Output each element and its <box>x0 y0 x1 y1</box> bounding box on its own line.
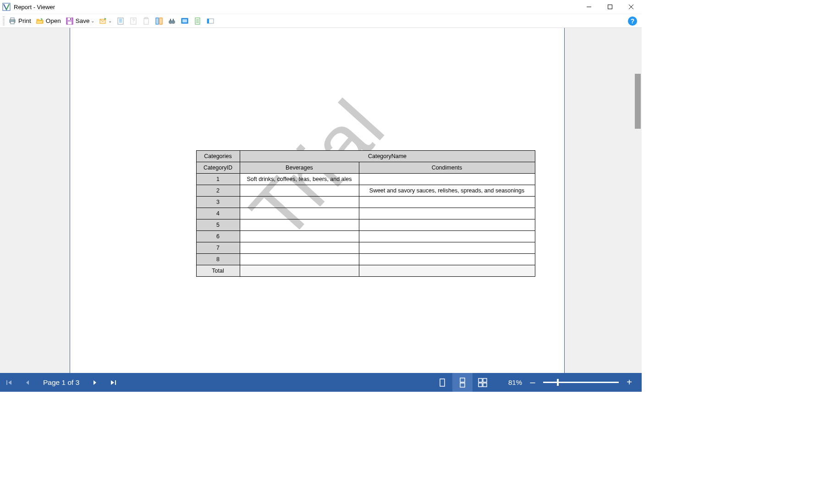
bookmarks-icon <box>116 17 125 25</box>
view-mode-group <box>432 373 493 392</box>
svg-rect-42 <box>483 378 487 382</box>
scroll-thumb[interactable] <box>635 74 641 129</box>
svg-rect-11 <box>68 22 72 24</box>
svg-rect-22 <box>156 18 159 24</box>
editor-button[interactable] <box>204 15 216 27</box>
svg-rect-36 <box>6 380 7 385</box>
svg-rect-37 <box>115 380 116 385</box>
svg-rect-35 <box>207 19 209 23</box>
chevron-down-icon: ⌄ <box>108 18 112 23</box>
table-row: 2Sweet and savory sauces, relishes, spre… <box>196 185 535 197</box>
table-row: 7 <box>196 242 535 254</box>
thumbnails-button[interactable] <box>153 15 165 27</box>
prev-page-button[interactable] <box>18 373 37 392</box>
svg-rect-6 <box>11 18 14 20</box>
svg-rect-21 <box>145 17 148 19</box>
svg-rect-27 <box>173 19 174 21</box>
svg-rect-40 <box>460 383 465 387</box>
svg-rect-29 <box>182 19 187 22</box>
corner-top: Categories <box>196 151 240 162</box>
zoom-page-button[interactable] <box>192 15 204 27</box>
clipboard-icon <box>142 17 150 25</box>
zoom-slider[interactable] <box>543 382 619 383</box>
table-row: 1Soft drinks, coffees, teas, beers, and … <box>196 174 535 185</box>
first-page-button[interactable] <box>0 373 18 392</box>
svg-rect-23 <box>160 18 162 24</box>
window-title: Report - Viewer <box>14 4 578 11</box>
svg-rect-39 <box>460 378 465 382</box>
next-page-button[interactable] <box>86 373 104 392</box>
page-icon <box>193 17 202 25</box>
vertical-scrollbar[interactable] <box>634 28 642 373</box>
save-icon <box>66 17 74 25</box>
bookmarks-button[interactable] <box>115 15 126 27</box>
col-header-2: Condiments <box>359 162 535 174</box>
page-indicator: Page 1 of 3 <box>37 378 86 387</box>
zoom-in-button[interactable]: + <box>625 377 633 388</box>
folder-open-icon <box>36 17 44 25</box>
table-row: 4 <box>196 208 535 219</box>
super-header: CategoryName <box>240 151 535 162</box>
parameters-icon: ? <box>129 17 138 25</box>
close-button[interactable] <box>621 0 642 14</box>
report-page: Trial Categories CategoryName CategoryID… <box>70 28 565 373</box>
svg-rect-43 <box>478 383 482 387</box>
minimize-button[interactable] <box>578 0 600 14</box>
chevron-down-icon: ⌄ <box>91 18 94 23</box>
table-row: 3 <box>196 197 535 208</box>
corner-bottom: CategoryID <box>196 162 240 174</box>
svg-text:?: ? <box>132 18 135 23</box>
zoom-controls: 81% – + <box>493 377 642 388</box>
svg-rect-41 <box>478 378 482 382</box>
title-bar: Report - Viewer <box>0 0 642 14</box>
single-page-view-button[interactable] <box>432 373 452 392</box>
app-icon <box>2 2 11 11</box>
maximize-button[interactable] <box>600 0 621 14</box>
help-button[interactable]: ? <box>626 15 639 27</box>
binoculars-icon <box>168 17 176 25</box>
table-row: 8 <box>196 254 535 265</box>
send-email-button[interactable]: ⌄ <box>97 15 114 27</box>
zoom-out-button[interactable]: – <box>528 377 537 388</box>
editor-icon <box>206 17 214 25</box>
svg-rect-26 <box>170 19 171 21</box>
col-header-1: Beverages <box>240 162 359 174</box>
svg-rect-7 <box>11 22 14 24</box>
mail-icon <box>99 17 107 25</box>
resources-button[interactable] <box>140 15 152 27</box>
last-page-button[interactable] <box>104 373 122 392</box>
open-button[interactable]: Open <box>34 15 63 27</box>
screen-icon <box>181 17 189 25</box>
viewer-area: Trial Categories CategoryName CategoryID… <box>0 28 642 373</box>
table-total-row: Total <box>196 265 535 277</box>
svg-rect-38 <box>440 379 445 386</box>
save-button[interactable]: Save⌄ <box>64 15 96 27</box>
zoom-slider-handle[interactable] <box>557 379 559 386</box>
printer-icon <box>8 17 16 25</box>
print-label: Print <box>18 17 31 24</box>
find-button[interactable] <box>166 15 178 27</box>
svg-rect-2 <box>608 5 612 9</box>
table-row: 5 <box>196 219 535 231</box>
multi-page-view-button[interactable] <box>473 373 493 392</box>
svg-rect-20 <box>144 18 148 24</box>
open-label: Open <box>46 17 61 24</box>
zoom-percent: 81% <box>501 378 522 386</box>
help-icon: ? <box>628 16 637 26</box>
parameters-button[interactable]: ? <box>127 15 139 27</box>
svg-point-8 <box>14 20 15 21</box>
toolbar-grip <box>3 16 5 26</box>
continuous-view-button[interactable] <box>452 373 473 392</box>
toolbar: Print Open Save⌄ ⌄ ? ? <box>0 14 642 28</box>
status-bar: Page 1 of 3 81% – + <box>0 373 642 392</box>
svg-rect-12 <box>70 18 71 20</box>
svg-rect-14 <box>118 18 123 24</box>
report-table: Categories CategoryName CategoryID Bever… <box>196 150 535 277</box>
print-button[interactable]: Print <box>6 15 33 27</box>
table-row: 6 <box>196 231 535 242</box>
full-screen-button[interactable] <box>179 15 191 27</box>
thumbnails-icon <box>155 17 163 25</box>
save-label: Save <box>76 17 90 24</box>
svg-rect-44 <box>483 383 487 387</box>
